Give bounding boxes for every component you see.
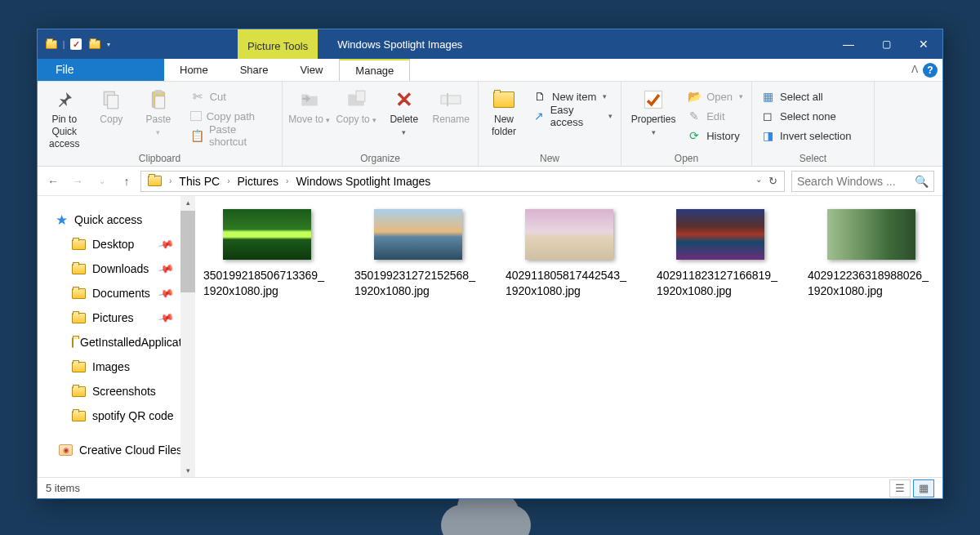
crumb-current[interactable]: Windows Spotlight Images bbox=[292, 175, 434, 188]
nav-item[interactable]: Images bbox=[49, 354, 195, 379]
file-thumbnail bbox=[827, 209, 915, 260]
nav-item-label: Downloads bbox=[92, 262, 149, 275]
collapse-ribbon-icon[interactable]: ᐱ bbox=[911, 64, 918, 75]
tab-manage[interactable]: Manage bbox=[339, 59, 410, 81]
minimize-button[interactable]: — bbox=[830, 29, 867, 59]
context-tab-picture-tools[interactable]: Picture Tools bbox=[238, 29, 318, 59]
nav-item-label: Screenshots bbox=[92, 385, 156, 398]
pin-icon: 📌 bbox=[157, 285, 174, 302]
scroll-up-icon[interactable]: ▴ bbox=[180, 196, 195, 209]
delete-button[interactable]: ✕ Delete▾ bbox=[381, 85, 428, 138]
close-button[interactable]: ✕ bbox=[905, 29, 942, 59]
search-box[interactable]: Search Windows ... 🔍 bbox=[791, 171, 934, 192]
nav-item[interactable]: GetInstalledApplicationInfo bbox=[49, 330, 195, 354]
crumb-pictures[interactable]: Pictures bbox=[234, 175, 282, 188]
file-name: 350199218506713369_1920x1080.jpg bbox=[203, 268, 330, 299]
copy-icon bbox=[98, 88, 124, 111]
file-item[interactable]: 350199218506713369_1920x1080.jpg bbox=[203, 209, 330, 299]
file-list[interactable]: 350199218506713369_1920x1080.jpg35019923… bbox=[195, 196, 942, 477]
rename-button[interactable]: Rename bbox=[428, 85, 475, 138]
invert-selection-button[interactable]: ◨Invert selection bbox=[755, 126, 856, 145]
move-to-icon bbox=[296, 88, 323, 111]
open-button[interactable]: 📂Open ▾ bbox=[682, 87, 748, 106]
select-none-button[interactable]: ◻Select none bbox=[755, 106, 856, 126]
open-icon: 📂 bbox=[687, 89, 702, 104]
nav-item-label: Documents bbox=[92, 287, 150, 300]
new-folder-button[interactable]: New folder bbox=[482, 85, 526, 138]
file-item[interactable]: 402912236318988026_1920x1080.jpg bbox=[808, 209, 934, 299]
copy-path-icon bbox=[190, 111, 202, 121]
address-dropdown-icon[interactable]: ⌄ bbox=[755, 175, 762, 187]
file-item[interactable]: 402911805817442543_1920x1080.jpg bbox=[506, 209, 632, 299]
view-large-icons-button[interactable]: ▦ bbox=[913, 479, 934, 497]
svg-rect-3 bbox=[155, 90, 163, 93]
scroll-down-icon[interactable]: ▾ bbox=[180, 464, 195, 477]
cut-button[interactable]: ✄Cut bbox=[185, 87, 278, 106]
file-name: 402911805817442543_1920x1080.jpg bbox=[506, 268, 632, 299]
copy-button[interactable]: Copy bbox=[88, 85, 136, 138]
qat-properties-icon[interactable]: ✓ bbox=[67, 35, 85, 53]
folder-icon bbox=[72, 362, 86, 372]
history-button[interactable]: ⟳History bbox=[682, 126, 748, 145]
copy-to-button[interactable]: Copy to ▾ bbox=[333, 85, 381, 138]
maximize-button[interactable]: ▢ bbox=[867, 29, 905, 59]
explorer-window: | ✓ ▾ Picture Tools Windows Spotlight Im… bbox=[37, 29, 943, 499]
folder-icon bbox=[72, 313, 86, 323]
address-folder-icon bbox=[148, 176, 162, 186]
easy-access-button[interactable]: ↗Easy access ▾ bbox=[528, 106, 617, 126]
folder-icon bbox=[72, 411, 86, 421]
folder-icon bbox=[72, 239, 86, 250]
svg-rect-6 bbox=[441, 96, 461, 104]
nav-up-button[interactable]: ↑ bbox=[119, 175, 134, 188]
group-label-clipboard: Clipboard bbox=[41, 150, 278, 166]
help-icon[interactable]: ? bbox=[923, 63, 938, 78]
pin-to-quick-access-button[interactable]: Pin to Quick access bbox=[41, 85, 88, 150]
nav-back-button[interactable]: ← bbox=[46, 175, 60, 188]
nav-item[interactable]: Downloads📌 bbox=[49, 256, 195, 281]
nav-item[interactable]: Screenshots bbox=[49, 379, 195, 403]
file-item[interactable]: 350199231272152568_1920x1080.jpg bbox=[354, 209, 481, 299]
group-label-select: Select bbox=[755, 150, 871, 166]
address-bar[interactable]: › This PC › Pictures › Windows Spotlight… bbox=[140, 171, 785, 192]
scroll-thumb[interactable] bbox=[180, 211, 195, 292]
nav-forward-button[interactable]: → bbox=[70, 175, 85, 188]
nav-scrollbar[interactable]: ▴ ▾ bbox=[180, 196, 195, 477]
refresh-button[interactable]: ↻ bbox=[768, 175, 777, 187]
nav-item[interactable]: Desktop📌 bbox=[49, 232, 195, 256]
qat-new-folder-icon[interactable] bbox=[86, 35, 104, 53]
nav-item[interactable]: Documents📌 bbox=[49, 281, 195, 305]
tab-view[interactable]: View bbox=[284, 59, 339, 81]
nav-recent-button[interactable]: ⌄ bbox=[95, 176, 109, 185]
chevron-right-icon[interactable]: › bbox=[283, 176, 291, 185]
select-all-button[interactable]: ▦Select all bbox=[755, 87, 856, 106]
nav-item[interactable]: spotify QR code bbox=[49, 403, 195, 428]
qat-customize-icon[interactable]: ▾ bbox=[107, 41, 110, 48]
nav-item[interactable]: Pictures📌 bbox=[49, 305, 195, 330]
nav-quick-access[interactable]: ★ Quick access bbox=[49, 207, 195, 232]
tab-share[interactable]: Share bbox=[225, 59, 285, 81]
tab-home[interactable]: Home bbox=[164, 59, 225, 81]
nav-creative-cloud[interactable]: ◉ Creative Cloud Files bbox=[49, 438, 195, 462]
view-details-button[interactable]: ☰ bbox=[889, 479, 911, 497]
svg-rect-8 bbox=[645, 91, 662, 109]
qat-app-icon[interactable] bbox=[42, 35, 60, 53]
new-item-icon: 🗋 bbox=[532, 89, 547, 104]
group-label-new: New bbox=[482, 150, 617, 166]
paste-icon bbox=[145, 88, 172, 111]
properties-button[interactable]: Properties▾ bbox=[625, 85, 682, 138]
nav-item-label: Desktop bbox=[92, 238, 134, 251]
move-to-button[interactable]: Move to ▾ bbox=[286, 85, 333, 138]
crumb-this-pc[interactable]: This PC bbox=[176, 175, 223, 188]
file-thumbnail bbox=[676, 209, 764, 260]
chevron-right-icon[interactable]: › bbox=[167, 176, 174, 185]
edit-button[interactable]: ✎Edit bbox=[682, 106, 748, 126]
copy-to-icon bbox=[343, 88, 369, 111]
tab-file[interactable]: File bbox=[38, 59, 164, 81]
file-item[interactable]: 402911823127166819_1920x1080.jpg bbox=[657, 209, 783, 299]
new-folder-icon bbox=[491, 88, 517, 111]
paste-button[interactable]: Paste▾ bbox=[135, 85, 182, 138]
properties-icon bbox=[640, 88, 666, 111]
paste-shortcut-button[interactable]: 📋Paste shortcut bbox=[185, 126, 278, 145]
chevron-right-icon[interactable]: › bbox=[225, 176, 232, 185]
delete-icon: ✕ bbox=[391, 88, 417, 111]
